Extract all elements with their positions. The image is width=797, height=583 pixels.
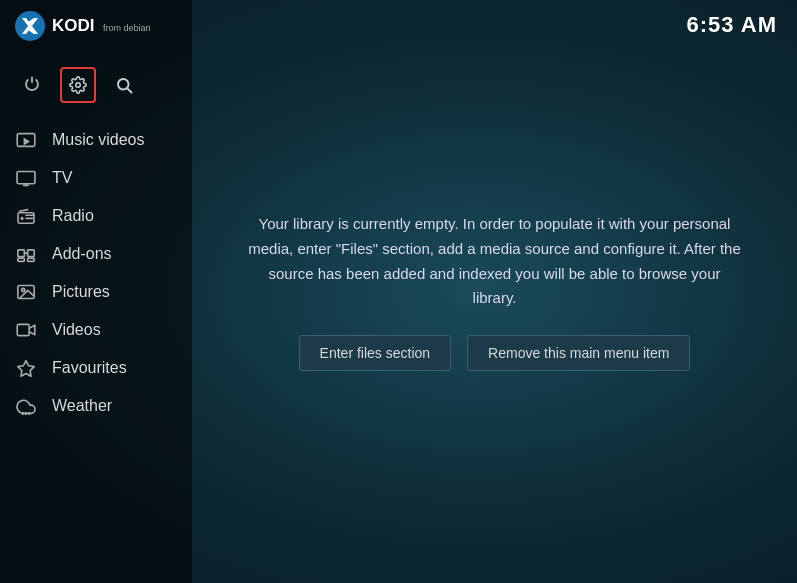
tv-label: TV xyxy=(52,169,72,187)
nav-item-radio[interactable]: Radio xyxy=(0,197,192,235)
tv-icon xyxy=(16,169,38,187)
pictures-label: Pictures xyxy=(52,283,110,301)
svg-point-12 xyxy=(20,217,23,220)
radio-icon xyxy=(16,208,38,224)
kodi-logo-icon xyxy=(14,10,46,42)
kodi-title: KODI xyxy=(52,16,95,35)
nav-item-videos[interactable]: Videos xyxy=(0,311,192,349)
control-buttons-row xyxy=(0,57,192,113)
settings-button[interactable] xyxy=(60,67,96,103)
kodi-title-group: KODI from debian xyxy=(52,16,150,36)
svg-rect-17 xyxy=(28,250,35,257)
enter-files-button[interactable]: Enter files section xyxy=(299,335,452,371)
videos-label: Videos xyxy=(52,321,101,339)
library-empty-text: Your library is currently empty. In orde… xyxy=(245,212,745,311)
nav-item-music-videos[interactable]: Music videos xyxy=(0,121,192,159)
remove-menu-item-button[interactable]: Remove this main menu item xyxy=(467,335,690,371)
sidebar: KODI from debian xyxy=(0,0,192,583)
nav-item-tv[interactable]: TV xyxy=(0,159,192,197)
nav-item-pictures[interactable]: Pictures xyxy=(0,273,192,311)
power-button[interactable] xyxy=(14,67,50,103)
search-button[interactable] xyxy=(106,67,142,103)
kodi-logo: KODI from debian xyxy=(0,0,192,52)
action-buttons: Enter files section Remove this main men… xyxy=(245,335,745,371)
music-videos-icon xyxy=(16,132,38,148)
weather-label: Weather xyxy=(52,397,112,415)
favourites-icon xyxy=(16,359,38,377)
svg-point-3 xyxy=(76,83,81,88)
favourites-label: Favourites xyxy=(52,359,127,377)
svg-rect-19 xyxy=(28,258,35,261)
add-ons-icon xyxy=(16,245,38,263)
svg-line-5 xyxy=(127,88,131,92)
pictures-icon xyxy=(16,283,38,301)
gear-icon xyxy=(69,76,87,94)
add-ons-label: Add-ons xyxy=(52,245,112,263)
music-videos-label: Music videos xyxy=(52,131,144,149)
power-icon xyxy=(23,76,41,94)
svg-line-15 xyxy=(20,210,28,212)
svg-rect-16 xyxy=(18,250,25,257)
nav-item-weather[interactable]: Weather xyxy=(0,387,192,425)
svg-marker-24 xyxy=(18,361,34,377)
library-message-panel: Your library is currently empty. In orde… xyxy=(215,182,775,401)
svg-point-22 xyxy=(22,288,25,291)
weather-icon xyxy=(16,397,38,415)
nav-item-add-ons[interactable]: Add-ons xyxy=(0,235,192,273)
search-icon xyxy=(115,76,133,94)
nav-item-favourites[interactable]: Favourites xyxy=(0,349,192,387)
svg-rect-8 xyxy=(17,171,35,183)
svg-rect-23 xyxy=(17,324,29,335)
kodi-subtitle: from debian xyxy=(103,23,151,33)
svg-rect-18 xyxy=(18,258,25,261)
svg-marker-7 xyxy=(24,138,30,146)
nav-items: Music videos TV xyxy=(0,121,192,425)
videos-icon xyxy=(16,322,38,338)
radio-label: Radio xyxy=(52,207,94,225)
main-content: Your library is currently empty. In orde… xyxy=(192,0,797,583)
